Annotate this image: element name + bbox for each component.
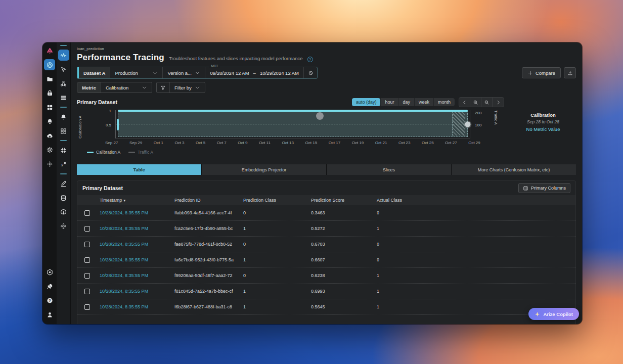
zoom-out-icon [484, 100, 490, 105]
column-header-prediction-id[interactable]: Prediction ID [174, 198, 243, 203]
legend-item[interactable]: Traffic A [128, 150, 153, 155]
spaces-globe-icon[interactable] [44, 59, 55, 70]
row-checkbox[interactable] [84, 257, 90, 263]
legend-swatch [87, 152, 94, 153]
cursor-icon[interactable] [58, 64, 69, 75]
y-tick: 0.5 [96, 123, 111, 127]
svg-text:?: ? [49, 298, 51, 303]
row-checkbox[interactable] [84, 226, 90, 232]
graph-nodes-icon[interactable] [58, 78, 69, 89]
sort-desc-icon [123, 198, 125, 203]
actual-class-cell: 0 [377, 210, 575, 215]
environment-dropdown[interactable]: Production [110, 67, 163, 78]
deploy-arrows-icon[interactable] [44, 158, 55, 169]
brush-left-handle[interactable] [117, 119, 119, 130]
x-tick: Oct 15 [305, 141, 318, 145]
primary-columns-button[interactable]: Primary Columns [518, 183, 570, 193]
apps-grid-icon[interactable] [44, 102, 55, 113]
flower-gear-icon[interactable] [58, 220, 69, 232]
prediction-class-cell: 1 [243, 257, 311, 262]
time-history-button[interactable] [304, 67, 317, 78]
prediction-id-cell: f6b28f67-b627-488f-ba31-c8 [174, 304, 243, 309]
bell-icon[interactable] [58, 111, 69, 122]
y-tick-right: 200 [475, 111, 481, 115]
brush-right-handle[interactable] [465, 121, 471, 127]
settings-gear-icon[interactable] [44, 144, 55, 155]
timestamp-link[interactable]: 10/28/2024, 8:35:55 PM [100, 289, 174, 294]
row-checkbox[interactable] [84, 210, 90, 216]
performance-tracing-icon[interactable] [58, 50, 69, 61]
cloud-upload-icon[interactable] [44, 130, 55, 141]
compare-button[interactable]: Compare [522, 67, 561, 78]
folder-icon[interactable] [44, 73, 55, 84]
filter-by-dropdown[interactable]: Filter by [170, 82, 205, 93]
user-icon[interactable] [44, 309, 55, 320]
x-tick: Oct 21 [375, 141, 387, 145]
arize-copilot-button[interactable]: Arize Copilot [528, 308, 579, 320]
view-tab[interactable]: More Charts (Confusion Matrix, etc) [452, 164, 576, 175]
granularity-button[interactable]: month [434, 98, 455, 106]
help-icon[interactable]: ? [44, 295, 55, 306]
copilot-hexagon-icon[interactable] [44, 266, 55, 278]
pencil-icon[interactable] [58, 178, 69, 189]
arize-logo-icon[interactable] [44, 45, 55, 56]
row-checkbox[interactable] [84, 242, 90, 247]
metric-dropdown[interactable]: Calibration [101, 82, 152, 93]
row-checkbox[interactable] [84, 289, 90, 294]
timestamp-link[interactable]: 10/28/2024, 8:35:55 PM [100, 242, 174, 247]
granularity-button[interactable]: auto (day) [352, 98, 381, 106]
timestamp-link[interactable]: 10/28/2024, 8:35:55 PM [100, 257, 174, 262]
pan-right-button[interactable] [493, 98, 504, 107]
breadcrumb[interactable]: loan_prediction [77, 47, 576, 51]
dashboard-grid-icon[interactable] [58, 125, 69, 136]
desktop-wallpaper: ? x loan_prediction Performance Tracing … [0, 0, 623, 364]
column-header-prediction-score[interactable]: Prediction Score [311, 198, 377, 203]
view-tab[interactable]: Slices [327, 164, 451, 175]
prediction-id-cell: ffabb093-4a54-4166-acc7-4f [174, 210, 243, 215]
column-header-prediction-class[interactable]: Prediction Class [243, 198, 311, 203]
y-tick-right: 100 [475, 123, 481, 127]
main-content: loan_prediction Performance Tracing Trou… [71, 42, 582, 324]
table-body: 10/28/2024, 8:35:55 PM ffabb093-4a54-416… [77, 205, 575, 315]
lock-case-icon[interactable] [44, 87, 55, 99]
timestamp-link[interactable]: 10/28/2024, 8:35:55 PM [100, 273, 174, 278]
sparkle-icon [535, 311, 540, 317]
help-icon[interactable]: ? [307, 57, 313, 62]
time-range-brush[interactable] [118, 111, 468, 137]
view-tab[interactable]: Table [77, 164, 201, 175]
zoom-in-button[interactable] [470, 98, 481, 107]
chart-nav-group [459, 97, 504, 107]
granularity-button[interactable]: day [398, 98, 414, 106]
download-icon [567, 70, 573, 76]
legend-item[interactable]: Calibration A [87, 150, 120, 155]
zoom-out-button[interactable] [481, 98, 493, 107]
rocket-icon[interactable] [44, 281, 55, 292]
row-checkbox[interactable] [84, 273, 90, 279]
timestamp-link[interactable]: 10/28/2024, 8:35:55 PM [100, 210, 174, 215]
import-circle-icon[interactable] [58, 206, 69, 217]
x-tick: Oct 11 [259, 141, 271, 145]
date-range-input[interactable]: MDT 09/28/2024 12 AM – 10/29/2024 12 AM [205, 67, 304, 78]
bell-icon[interactable] [44, 116, 55, 127]
pan-left-button[interactable] [459, 98, 470, 107]
version-dropdown[interactable]: Version a... [163, 67, 205, 78]
slack-icon[interactable] [58, 145, 69, 156]
chart-plot-area [115, 110, 470, 139]
layers-icon[interactable] [58, 92, 69, 103]
actual-class-cell: 0 [377, 257, 575, 262]
column-header-actual-class[interactable]: Actual Class [377, 198, 575, 203]
granularity-button[interactable]: week [415, 98, 433, 106]
timestamp-link[interactable]: 10/28/2024, 8:35:55 PM [100, 226, 174, 231]
database-icon[interactable] [58, 192, 69, 203]
filter-group: Filter by [156, 82, 205, 93]
timestamp-link[interactable]: 10/28/2024, 8:35:55 PM [100, 304, 174, 309]
formula-icon[interactable]: x [58, 159, 69, 170]
prediction-id-cell: fa6e7bd8-952d-43f0-b775-5a [174, 257, 243, 262]
y-tick: 1 [96, 109, 111, 113]
view-tab[interactable]: Embeddings Projector [202, 164, 326, 175]
x-tick: Sep 29 [129, 141, 142, 145]
column-header-timestamp[interactable]: Timestamp [100, 198, 174, 203]
row-checkbox[interactable] [84, 304, 90, 310]
download-button[interactable] [564, 67, 576, 78]
granularity-button[interactable]: hour [381, 98, 398, 106]
